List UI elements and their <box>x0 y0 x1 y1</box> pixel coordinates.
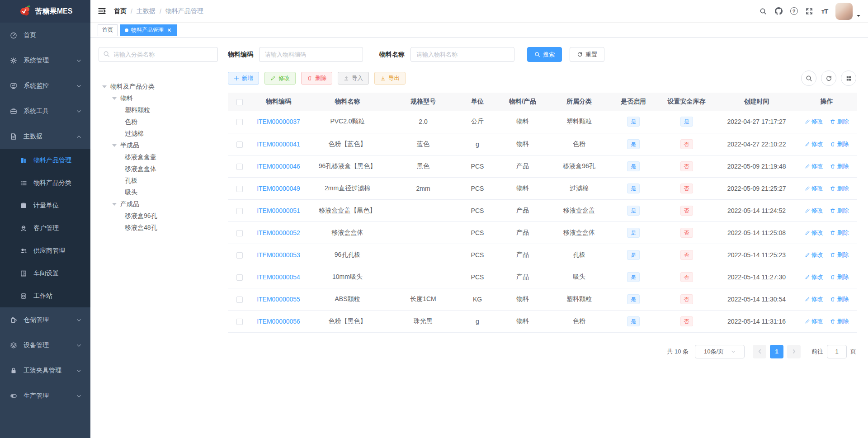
row-delete-link[interactable]: 删除 <box>830 295 849 303</box>
tree-node-leaf[interactable]: 移液盒盒体 <box>99 163 218 175</box>
tree-node-root[interactable]: 物料及产品分类 <box>99 81 218 93</box>
item-code-link[interactable]: ITEM00000052 <box>257 229 300 236</box>
sidebar-item-master-data[interactable]: 主数据 <box>0 124 90 149</box>
row-delete-link[interactable]: 删除 <box>830 162 849 170</box>
caret-down-icon[interactable] <box>102 85 107 88</box>
item-code-link[interactable]: ITEM00000046 <box>257 163 300 170</box>
item-code-link[interactable]: ITEM00000053 <box>257 251 300 259</box>
sidebar-item-supplier-mgmt[interactable]: 供应商管理 <box>0 240 90 262</box>
row-edit-link[interactable]: 修改 <box>805 184 823 193</box>
select-all-checkbox[interactable] <box>236 99 243 105</box>
row-edit-link[interactable]: 修改 <box>805 273 823 281</box>
row-checkbox[interactable] <box>236 252 243 259</box>
row-edit-link[interactable]: 修改 <box>805 207 823 215</box>
page-number-1[interactable]: 1 <box>770 345 783 358</box>
sidebar-item-system-admin[interactable]: 系统管理 <box>0 48 90 73</box>
export-button[interactable]: 导出 <box>374 72 406 85</box>
sidebar-item-material-product-mgmt[interactable]: 物料产品管理 <box>0 149 90 172</box>
caret-down-icon[interactable] <box>112 97 117 100</box>
row-checkbox[interactable] <box>236 186 243 192</box>
category-search-input[interactable] <box>99 47 218 62</box>
item-code-link[interactable]: ITEM00000041 <box>257 141 300 148</box>
search-icon[interactable] <box>759 7 768 16</box>
prev-page-button[interactable] <box>753 345 766 358</box>
tree-node-leaf[interactable]: 吸头 <box>99 187 218 198</box>
tree-node-leaf[interactable]: 移液盒盒盖 <box>99 151 218 163</box>
item-code-link[interactable]: ITEM00000055 <box>257 296 300 303</box>
tree-node-leaf[interactable]: 移液盒48孔 <box>99 222 218 234</box>
caret-down-icon[interactable] <box>112 144 117 147</box>
item-code-link[interactable]: ITEM00000051 <box>257 207 300 214</box>
sidebar-item-measure-unit[interactable]: 计量单位 <box>0 194 90 217</box>
grid-columns-icon[interactable] <box>841 71 856 86</box>
row-delete-link[interactable]: 删除 <box>830 317 849 325</box>
row-delete-link[interactable]: 删除 <box>830 207 849 215</box>
row-delete-link[interactable]: 删除 <box>830 140 849 148</box>
row-checkbox[interactable] <box>236 297 243 303</box>
sidebar-item-home[interactable]: 首页 <box>0 23 90 48</box>
tab-material-product-mgmt[interactable]: 物料产品管理 <box>120 24 177 36</box>
row-edit-link[interactable]: 修改 <box>805 118 823 126</box>
help-icon[interactable] <box>789 7 798 16</box>
row-edit-link[interactable]: 修改 <box>805 295 823 303</box>
row-edit-link[interactable]: 修改 <box>805 162 823 170</box>
code-filter-input[interactable] <box>259 47 363 62</box>
github-icon[interactable] <box>774 7 783 16</box>
goto-page-input[interactable] <box>827 345 847 358</box>
row-checkbox[interactable] <box>236 119 243 125</box>
row-checkbox[interactable] <box>236 208 243 214</box>
caret-down-icon[interactable] <box>112 203 117 206</box>
tree-node-leaf[interactable]: 色粉 <box>99 116 218 128</box>
sidebar-item-customer-mgmt[interactable]: 客户管理 <box>0 217 90 240</box>
font-size-icon[interactable] <box>820 7 829 16</box>
tree-node-group[interactable]: 物料 <box>99 93 218 104</box>
page-size-select[interactable]: 10条/页 <box>695 345 745 358</box>
name-filter-input[interactable] <box>410 47 514 62</box>
tree-node-group[interactable]: 产成品 <box>99 198 218 210</box>
row-checkbox[interactable] <box>236 164 243 170</box>
sidebar-item-warehouse-mgmt[interactable]: 仓储管理 <box>0 307 90 333</box>
search-button[interactable]: 搜索 <box>527 47 562 62</box>
row-checkbox[interactable] <box>236 141 243 148</box>
tree-node-group[interactable]: 半成品 <box>99 140 218 151</box>
delete-button[interactable]: 删除 <box>301 72 332 85</box>
tree-node-leaf[interactable]: 移液盒96孔 <box>99 210 218 222</box>
sidebar-item-system-monitor[interactable]: 系统监控 <box>0 73 90 99</box>
row-edit-link[interactable]: 修改 <box>805 229 823 237</box>
row-delete-link[interactable]: 删除 <box>830 118 849 126</box>
row-delete-link[interactable]: 删除 <box>830 184 849 193</box>
tree-node-leaf[interactable]: 孔板 <box>99 175 218 187</box>
row-edit-link[interactable]: 修改 <box>805 140 823 148</box>
breadcrumb-master-data[interactable]: 主数据 <box>137 7 156 15</box>
refresh-icon[interactable] <box>821 71 836 86</box>
row-checkbox[interactable] <box>236 230 243 236</box>
row-delete-link[interactable]: 删除 <box>830 229 849 237</box>
row-delete-link[interactable]: 删除 <box>830 273 849 281</box>
sidebar-item-production-mgmt[interactable]: 生产管理 <box>0 383 90 409</box>
breadcrumb-home[interactable]: 首页 <box>114 7 127 15</box>
item-code-link[interactable]: ITEM00000049 <box>257 185 300 192</box>
tab-home[interactable]: 首页 <box>98 24 118 36</box>
reset-button[interactable]: 重置 <box>570 47 604 62</box>
toggle-search-icon[interactable] <box>801 71 816 86</box>
edit-button[interactable]: 修改 <box>264 72 296 85</box>
avatar[interactable] <box>835 3 853 20</box>
tree-node-leaf[interactable]: 过滤棉 <box>99 128 218 140</box>
fullscreen-icon[interactable] <box>805 7 814 16</box>
sidebar-item-material-product-category[interactable]: 物料产品分类 <box>0 172 90 194</box>
close-icon[interactable] <box>167 28 172 33</box>
sidebar-item-equipment-mgmt[interactable]: 设备管理 <box>0 333 90 358</box>
item-code-link[interactable]: ITEM00000056 <box>257 318 300 325</box>
hamburger-icon[interactable] <box>98 7 107 16</box>
row-edit-link[interactable]: 修改 <box>805 317 823 325</box>
sidebar-item-workshop-settings[interactable]: 车间设置 <box>0 262 90 285</box>
item-code-link[interactable]: ITEM00000037 <box>257 118 300 125</box>
add-button[interactable]: 新增 <box>228 72 259 85</box>
row-delete-link[interactable]: 删除 <box>830 251 849 259</box>
sidebar-item-system-tools[interactable]: 系统工具 <box>0 99 90 124</box>
sidebar-item-fixture-mgmt[interactable]: 工装夹具管理 <box>0 358 90 383</box>
item-code-link[interactable]: ITEM00000054 <box>257 273 300 281</box>
row-checkbox[interactable] <box>236 319 243 325</box>
next-page-button[interactable] <box>787 345 801 358</box>
import-button[interactable]: 导入 <box>338 72 369 85</box>
